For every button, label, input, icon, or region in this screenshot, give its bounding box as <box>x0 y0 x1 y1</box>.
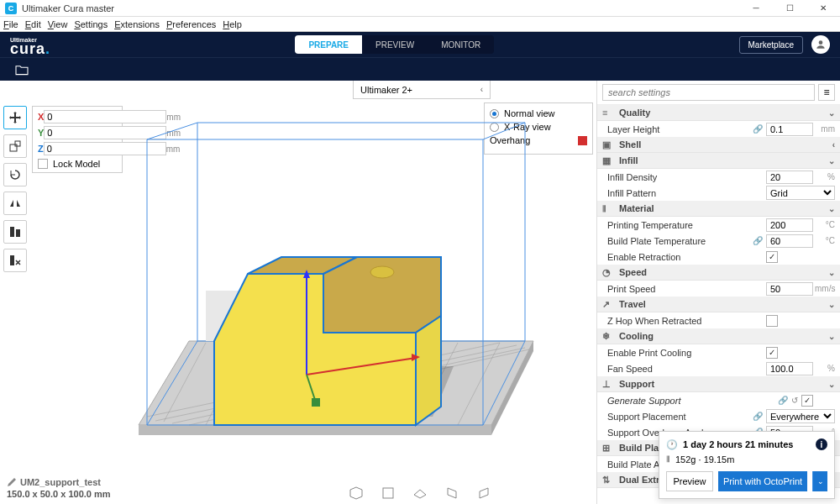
menu-extensions[interactable]: Extensions <box>114 19 160 29</box>
gen-support-checkbox[interactable]: ✓ <box>801 395 813 407</box>
svg-marker-7 <box>139 425 491 435</box>
cat-cooling[interactable]: ❄Cooling⌄ <box>597 328 840 344</box>
chevron-down-icon: ⌄ <box>828 268 835 277</box>
info-button[interactable]: i <box>816 438 827 450</box>
preview-button[interactable]: Preview <box>666 471 713 491</box>
infill-pattern-select[interactable]: Grid <box>766 186 835 200</box>
chevron-down-icon: ⌄ <box>828 332 835 341</box>
rotate-icon <box>8 168 22 181</box>
folder-open-icon <box>14 64 29 76</box>
stage-tabs: PREPARE PREVIEW MONITOR <box>295 35 494 54</box>
view-top-button[interactable] <box>410 484 430 502</box>
revert-icon[interactable]: ↺ <box>791 396 798 405</box>
svg-rect-5 <box>10 255 14 265</box>
svg-point-0 <box>819 40 823 45</box>
chevron-left-icon: ‹ <box>480 85 483 94</box>
svg-marker-22 <box>147 123 525 139</box>
tab-prepare[interactable]: PREPARE <box>295 35 362 54</box>
marketplace-button[interactable]: Marketplace <box>739 36 803 54</box>
layer-height-input[interactable] <box>766 123 813 136</box>
menu-preferences[interactable]: Preferences <box>166 19 216 29</box>
settings-menu-button[interactable]: ≡ <box>818 84 835 101</box>
minimize-button[interactable]: ─ <box>739 0 773 17</box>
menu-file[interactable]: File <box>3 19 18 29</box>
logo: Ultimaker cura. <box>10 36 50 53</box>
cooling-checkbox[interactable]: ✓ <box>766 347 778 359</box>
tool-rotate[interactable] <box>3 163 27 186</box>
view-right-button[interactable] <box>474 484 494 502</box>
bp-temp-input[interactable] <box>766 234 813 248</box>
cat-speed[interactable]: ◔Speed⌄ <box>597 265 840 281</box>
chevron-down-icon: ⌄ <box>828 380 835 389</box>
cat-material[interactable]: ⦀Material⌄ <box>597 201 840 217</box>
filament-icon: ⦀ <box>666 454 670 465</box>
view-3d-button[interactable] <box>346 484 366 502</box>
link-icon[interactable]: 🔗 <box>778 396 788 405</box>
dual-icon: ⇅ <box>602 475 614 486</box>
titlebar: Ultimaker Cura master ─ ☐ ✕ <box>0 0 840 17</box>
infill-icon: ▦ <box>602 155 614 166</box>
account-avatar[interactable] <box>811 35 830 54</box>
subheader <box>0 57 840 81</box>
svg-rect-3 <box>10 227 14 237</box>
support-placement-select[interactable]: Everywhere <box>766 409 835 423</box>
svg-rect-2 <box>15 141 20 146</box>
link-icon[interactable]: 🔗 <box>753 236 763 245</box>
move-icon <box>8 111 22 124</box>
print-button[interactable]: Print with OctoPrint <box>718 471 807 491</box>
chevron-down-icon: ⌄ <box>828 204 835 213</box>
front-icon <box>381 486 396 500</box>
menu-settings[interactable]: Settings <box>74 19 108 29</box>
view-front-button[interactable] <box>378 484 398 502</box>
tool-move[interactable] <box>3 106 27 129</box>
cat-quality[interactable]: ≡Quality⌄ <box>597 105 840 121</box>
close-button[interactable]: ✕ <box>806 0 840 17</box>
infill-density-input[interactable] <box>766 171 813 184</box>
3d-viewport[interactable]: Ultim <box>34 106 596 454</box>
view-left-button[interactable] <box>442 484 462 502</box>
tab-preview[interactable]: PREVIEW <box>362 35 428 54</box>
tool-scale[interactable] <box>3 134 27 158</box>
cat-travel[interactable]: ↗Travel⌄ <box>597 297 840 312</box>
svg-marker-33 <box>416 316 441 425</box>
app-title: Ultimaker Cura master <box>22 3 114 13</box>
print-speed-input[interactable] <box>766 282 813 296</box>
support-blocker-icon <box>8 254 22 267</box>
scale-icon <box>8 139 22 153</box>
fan-speed-input[interactable] <box>766 362 813 375</box>
menu-edit[interactable]: Edit <box>25 19 41 29</box>
menubar: File Edit View Settings Extensions Prefe… <box>0 17 840 32</box>
tool-support-blocker[interactable] <box>3 249 27 272</box>
tool-per-model[interactable] <box>3 220 27 244</box>
support-icon: ⊥ <box>602 379 614 390</box>
tool-mirror[interactable] <box>3 192 27 215</box>
print-dropdown-button[interactable]: ⌄ <box>812 471 827 491</box>
maximize-button[interactable]: ☐ <box>773 0 806 17</box>
svg-point-34 <box>370 266 394 278</box>
chevron-down-icon: ⌄ <box>828 300 835 309</box>
link-icon[interactable]: 🔗 <box>753 124 763 134</box>
shell-icon: ▣ <box>602 139 614 150</box>
print-temp-input[interactable] <box>766 218 813 232</box>
link-icon[interactable]: 🔗 <box>753 412 763 421</box>
speed-icon: ◔ <box>602 267 614 278</box>
search-settings-input[interactable] <box>602 84 815 101</box>
open-file-button[interactable] <box>10 60 34 80</box>
printer-selector[interactable]: Ultimaker 2+ ‹ <box>353 81 491 99</box>
cube-icon <box>349 486 364 500</box>
menu-help[interactable]: Help <box>223 19 242 29</box>
top-icon <box>412 486 428 500</box>
zhop-checkbox[interactable] <box>766 315 778 327</box>
cat-support[interactable]: ⊥Support⌄ <box>597 376 840 392</box>
tab-monitor[interactable]: MONITOR <box>428 35 494 54</box>
svg-rect-4 <box>16 229 20 237</box>
cat-shell[interactable]: ▣Shell‹ <box>597 137 840 153</box>
view-controls <box>346 484 494 502</box>
tool-sidebar <box>3 106 29 272</box>
menu-view[interactable]: View <box>48 19 68 29</box>
quality-icon: ≡ <box>602 108 614 118</box>
retraction-checkbox[interactable]: ✓ <box>766 251 778 263</box>
chevron-left-icon: ‹ <box>832 140 835 150</box>
chevron-down-icon: ⌄ <box>828 156 835 165</box>
cat-infill[interactable]: ▦Infill⌄ <box>597 153 840 169</box>
